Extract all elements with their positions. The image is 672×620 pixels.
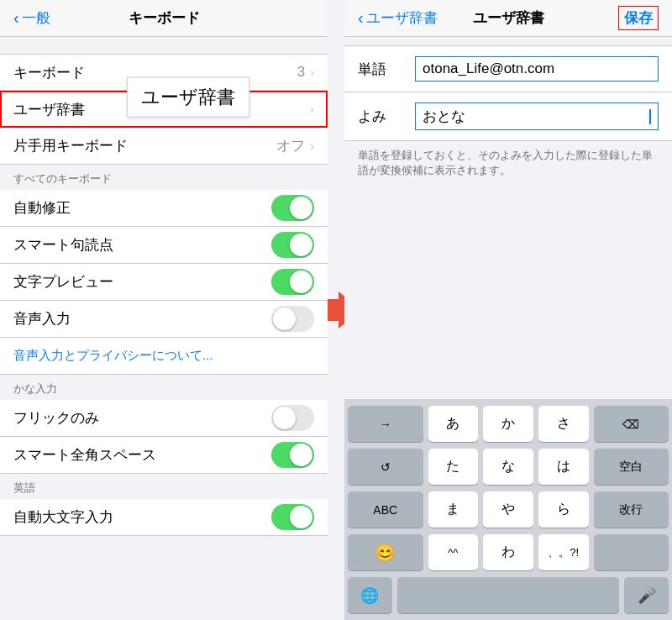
char-preview-row: 文字プレビュー [0, 264, 328, 301]
key-ta[interactable]: た [428, 449, 479, 485]
section-english: 英語 [0, 474, 328, 499]
key-undo[interactable]: ↺ [348, 449, 423, 485]
flick-only-label: フリックのみ [13, 408, 271, 428]
key-ya[interactable]: や [483, 491, 533, 528]
voice-input-row: 音声入力 [0, 301, 328, 338]
key-space[interactable]: 空白 [594, 449, 669, 485]
form-section: 単語 otona_Life@otn.com よみ おとな [344, 45, 672, 141]
smart-punc-row: スマート句読点 [0, 227, 328, 264]
key-globe[interactable]: 🌐 [348, 577, 392, 613]
voice-input-toggle[interactable] [271, 306, 314, 332]
right-back-label: ユーザ辞書 [366, 8, 438, 28]
voice-privacy-link[interactable]: 音声入力とプライバシーについて... [13, 348, 213, 364]
key-na[interactable]: な [483, 449, 533, 485]
keyboard-row-4: 😊 ^^ わ 、。?! [348, 534, 669, 570]
key-punctuation[interactable]: 、。?! [538, 534, 589, 570]
word-row: 単語 otona_Life@otn.com [344, 46, 672, 92]
voice-input-knob [273, 307, 296, 330]
voice-privacy-row[interactable]: 音声入力とプライバシーについて... [0, 338, 328, 375]
key-caret[interactable]: ^^ [428, 534, 479, 570]
key-emoji[interactable]: 😊 [348, 534, 423, 570]
smart-space-knob [290, 444, 312, 466]
keyboard-row-2: ↺ た な は 空白 [348, 449, 669, 485]
left-settings-list: キーボード 3 › ユーザ辞書 › ユーザ辞書 片手用キーボード オフ › すべ… [0, 37, 328, 620]
left-nav-title: キーボード [129, 8, 200, 28]
key-mic[interactable]: 🎤 [624, 577, 669, 613]
right-nav-title: ユーザ辞書 [473, 8, 544, 28]
key-ma[interactable]: ま [428, 491, 479, 528]
auto-caps-toggle[interactable] [271, 504, 314, 530]
char-preview-label: 文字プレビュー [13, 272, 271, 292]
key-blank [594, 534, 669, 570]
smart-space-row: スマート全角スペース [0, 437, 328, 474]
left-back-label: 一般 [22, 8, 50, 28]
keyboard-row-value: 3 [297, 64, 305, 81]
smart-punc-label: スマート句読点 [13, 235, 271, 255]
auto-correct-toggle[interactable] [271, 195, 314, 221]
keyboard-row-3: ABC ま や ら 改行 [348, 491, 669, 528]
flick-only-row: フリックのみ [0, 400, 328, 437]
key-a[interactable]: あ [428, 406, 479, 442]
auto-caps-label: 自動大文字入力 [13, 507, 271, 527]
left-nav-bar: ‹ 一般 キーボード [0, 0, 328, 37]
left-panel: ‹ 一般 キーボード キーボード 3 › ユーザ辞書 › ユーザ辞書 [0, 0, 328, 620]
keyboard-row-chevron: › [310, 66, 314, 79]
left-back-chevron: ‹ [13, 8, 19, 28]
key-ka[interactable]: か [483, 406, 533, 442]
key-ha[interactable]: は [538, 449, 589, 485]
smart-punc-toggle[interactable] [271, 232, 314, 258]
key-abc[interactable]: ABC [348, 491, 423, 528]
keyboard-row-5: 🌐 🎤 [348, 577, 669, 613]
user-dict-popup: ユーザ辞書 [127, 77, 249, 118]
one-hand-value: オフ [276, 136, 305, 155]
reading-input[interactable]: おとな [415, 102, 659, 130]
key-bottom-space[interactable] [397, 577, 619, 613]
user-dict-chevron: › [310, 102, 314, 116]
auto-correct-knob [290, 197, 312, 219]
arrow-container [328, 0, 344, 620]
keyboard-row-1: → あ か さ ⌫ [348, 406, 669, 442]
auto-caps-row: 自動大文字入力 [0, 499, 328, 536]
key-ra[interactable]: ら [538, 491, 589, 528]
popup-label-text: ユーザ辞書 [141, 87, 235, 108]
section-all-keyboards: すべてのキーボード [0, 165, 328, 190]
save-button[interactable]: 保存 [618, 6, 659, 30]
text-cursor [649, 109, 651, 124]
smart-space-label: スマート全角スペース [13, 445, 271, 465]
auto-correct-row: 自動修正 [0, 190, 328, 227]
key-sa[interactable]: さ [538, 406, 589, 442]
flick-only-toggle[interactable] [271, 405, 314, 431]
auto-correct-label: 自動修正 [13, 198, 271, 218]
word-input[interactable]: otona_Life@otn.com [415, 56, 659, 81]
left-back-button[interactable]: ‹ 一般 [13, 8, 50, 28]
key-delete[interactable]: ⌫ [594, 406, 669, 442]
voice-input-label: 音声入力 [13, 309, 271, 328]
one-hand-chevron: › [310, 139, 314, 153]
one-hand-label: 片手用キーボード [13, 136, 276, 155]
smart-space-toggle[interactable] [271, 442, 314, 468]
right-back-button[interactable]: ‹ ユーザ辞書 [358, 8, 438, 28]
smart-punc-knob [290, 234, 312, 256]
char-preview-knob [290, 271, 312, 293]
key-wa[interactable]: わ [483, 534, 533, 570]
keyboard: → あ か さ ⌫ ↺ た な は 空白 ABC ま や ら 改行 [344, 399, 672, 620]
key-arrow[interactable]: → [348, 406, 423, 442]
right-panel: ‹ ユーザ辞書 ユーザ辞書 保存 単語 otona_Life@otn.com よ… [344, 0, 672, 620]
reading-label: よみ [358, 107, 408, 126]
word-value: otona_Life@otn.com [423, 60, 651, 77]
flick-only-knob [273, 407, 296, 429]
form-hint: 単語を登録しておくと、そのよみを入力した際に登録した単語が変換候補に表示されます… [344, 141, 672, 185]
key-return[interactable]: 改行 [594, 491, 669, 528]
reading-value: おとな [423, 107, 648, 126]
one-hand-row[interactable]: 片手用キーボード オフ › [0, 128, 328, 165]
right-back-chevron: ‹ [358, 8, 364, 28]
right-nav-bar: ‹ ユーザ辞書 ユーザ辞書 保存 [344, 0, 672, 37]
section-kana: かな入力 [0, 375, 328, 400]
reading-row: よみ おとな [344, 92, 672, 140]
word-label: 単語 [358, 60, 408, 79]
right-content: 単語 otona_Life@otn.com よみ おとな 単語を登録しておくと、… [344, 37, 672, 620]
char-preview-toggle[interactable] [271, 269, 314, 295]
auto-caps-knob [290, 506, 312, 528]
